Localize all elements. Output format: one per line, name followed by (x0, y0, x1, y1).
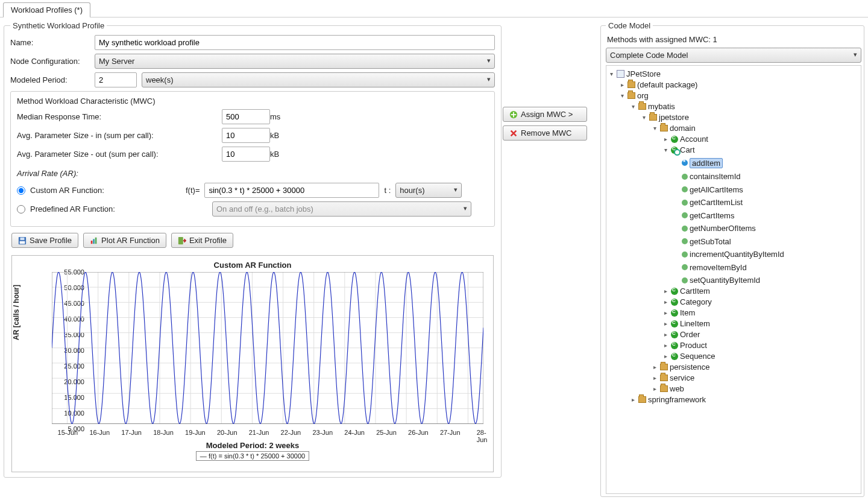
x-tick: 25-Jun (376, 429, 397, 436)
tree-row[interactable]: ▸ LineItem (608, 319, 860, 328)
tree-row[interactable]: ▸ service (608, 373, 860, 382)
tree-twisty[interactable]: ▸ (662, 299, 669, 305)
tree-row[interactable]: removeItemById (608, 263, 860, 272)
ft-input[interactable] (204, 183, 379, 198)
tree-twisty[interactable]: ▸ (662, 136, 669, 142)
tree-row[interactable]: ▾ jpetstore (608, 113, 860, 122)
tree-twisty[interactable]: ▸ (651, 385, 658, 392)
package-icon (638, 103, 646, 110)
tree-row[interactable]: ▸ Account (608, 134, 860, 144)
tree-row[interactable]: ▸ Item (608, 308, 860, 317)
method-icon (682, 264, 688, 270)
tree-row[interactable]: getAllCartItems (608, 185, 860, 194)
tree-twisty[interactable]: ▾ (608, 71, 615, 77)
remove-mwc-button[interactable]: Remove MWC (503, 125, 587, 141)
tree-row[interactable]: ▸ springframework (608, 395, 860, 404)
tree-twisty[interactable]: ▸ (651, 364, 658, 370)
tree-twisty[interactable]: ▸ (662, 353, 669, 359)
param-in-input[interactable] (222, 128, 270, 143)
tree-label: Product (680, 341, 707, 350)
tree-row[interactable]: ▸ (default package) (608, 80, 860, 89)
tree-row[interactable]: ▾ JPetStore (608, 69, 860, 78)
tree-twisty[interactable]: ▸ (651, 375, 658, 381)
tree-row[interactable]: ▸ Sequence (608, 352, 860, 361)
median-input[interactable] (222, 109, 270, 124)
tree-row[interactable]: ▸ CartItem (608, 286, 860, 296)
tree-label: Sequence (680, 352, 715, 361)
tree-label: org (637, 91, 649, 100)
tree-row[interactable]: ▸ Product (608, 341, 860, 350)
param-out-input[interactable] (222, 147, 270, 162)
tree-label: Item (680, 308, 695, 317)
param-in-label: Avg. Parameter Size - in (sum per call): (17, 131, 222, 140)
tree-twisty[interactable]: ▾ (651, 125, 658, 131)
tree-twisty[interactable]: ▾ (662, 147, 669, 153)
x-tick: 21-Jun (249, 429, 269, 436)
tree-twisty[interactable]: ▸ (662, 288, 669, 294)
median-label: Median Response Time: (17, 112, 222, 121)
x-tick: 19-Jun (185, 429, 206, 436)
custom-ar-label: Custom AR Function: (30, 186, 181, 195)
package-icon (660, 364, 668, 370)
tree-row[interactable]: ▾ domain (608, 124, 860, 133)
tree-twisty[interactable]: ▸ (618, 81, 626, 88)
tree-row[interactable]: ▾ org (608, 91, 860, 100)
tree-twisty[interactable]: ▾ (629, 103, 637, 110)
code-tree[interactable]: ▾ JPetStore ▸ (default package) ▾ org ▾ … (606, 65, 861, 494)
predef-ar-radio[interactable] (17, 205, 25, 214)
exit-profile-button[interactable]: Exit Profile (171, 233, 233, 248)
tree-label: getNumberOfItems (690, 224, 756, 233)
name-label: Name: (10, 38, 95, 47)
tree-label: mybatis (648, 102, 675, 111)
svg-rect-4 (93, 239, 95, 244)
tree-twisty[interactable]: ▸ (662, 331, 669, 338)
x-tick: 22-Jun (281, 429, 301, 436)
tree-row[interactable]: ▾ Cart (608, 145, 860, 154)
tree-twisty[interactable]: ▸ (662, 320, 669, 327)
nodecfg-select[interactable]: My Server (95, 54, 495, 69)
tree-row[interactable]: getNumberOfItems (608, 224, 860, 233)
package-icon (660, 125, 668, 131)
tree-twisty[interactable]: ▸ (662, 342, 669, 349)
tree-row[interactable]: ▸ Category (608, 297, 860, 306)
save-profile-button[interactable]: Save Profile (11, 233, 78, 248)
predef-ar-select[interactable]: On and off (e.g., batch jobs) (212, 201, 471, 217)
t-unit-select[interactable]: hour(s) (395, 183, 462, 198)
tree-twisty[interactable]: ▾ (618, 92, 626, 99)
tree-row[interactable]: ▾ mybatis (608, 102, 860, 111)
tree-row[interactable]: setQuantityByItemId (608, 276, 860, 285)
tree-row[interactable]: ▸ persistence (608, 362, 860, 372)
tree-twisty[interactable]: ▾ (640, 114, 647, 121)
class-icon (671, 299, 678, 306)
x-tick: 17-Jun (121, 429, 142, 436)
x-tick: 23-Jun (312, 429, 333, 436)
period-label: Modeled Period: (10, 75, 95, 84)
x-tick: 15-Jun (58, 429, 78, 436)
t-label: t : (384, 186, 391, 195)
tab-workload-profiles[interactable]: Workload Profiles (*) (3, 2, 90, 17)
tree-row[interactable]: incrementQuantityByItemId (608, 250, 860, 259)
tree-row[interactable]: containsItemId (608, 172, 860, 181)
tree-row[interactable]: ▸ web (608, 384, 860, 393)
code-model-select[interactable]: Complete Code Model (606, 48, 861, 63)
tree-row[interactable]: addItem (608, 158, 860, 168)
tree-row[interactable]: getCartItems (608, 211, 860, 220)
tree-row[interactable]: ▸ Order (608, 330, 860, 339)
tree-label: getCartItems (690, 211, 734, 220)
assign-mwc-button[interactable]: Assign MWC > (503, 107, 587, 122)
synthetic-workload-profile-group: Synthetic Workload Profile Name: Node Co… (4, 21, 502, 478)
plot-ar-button[interactable]: Plot AR Function (83, 233, 166, 248)
tree-row[interactable]: getCartItemList (608, 198, 860, 207)
tree-row[interactable]: getSubTotal (608, 237, 860, 246)
tree-label: setQuantityByItemId (690, 276, 760, 285)
package-icon (660, 385, 668, 392)
period-value-input[interactable] (95, 72, 137, 87)
tree-twisty[interactable]: ▸ (662, 309, 669, 316)
plot-title: Custom AR Function (16, 261, 489, 270)
period-unit-select[interactable]: week(s) (142, 72, 495, 87)
name-input[interactable] (95, 35, 495, 50)
tree-twisty[interactable]: ▸ (629, 396, 637, 403)
method-assigned-icon (682, 160, 688, 166)
custom-ar-radio[interactable] (17, 186, 25, 195)
svg-rect-3 (91, 241, 93, 244)
